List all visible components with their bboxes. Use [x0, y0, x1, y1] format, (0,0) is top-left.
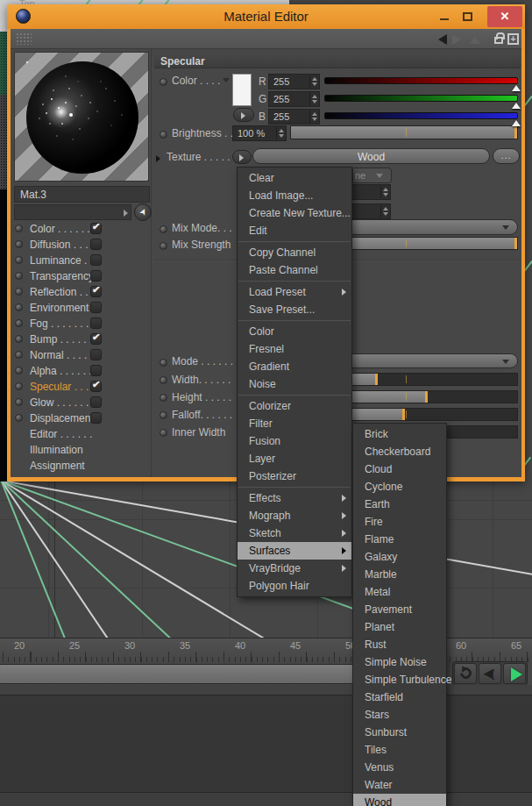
channel-checkbox[interactable]	[90, 317, 102, 329]
stepper-icon[interactable]	[309, 111, 318, 123]
slider-handle-icon[interactable]	[512, 103, 521, 109]
channel-checkbox[interactable]: ✔	[90, 223, 102, 234]
menu-item-vraybridge[interactable]: VrayBridge	[238, 560, 351, 577]
channel-row[interactable]: Transparency	[12, 268, 147, 284]
submenu-item-starfield[interactable]: Starfield	[353, 688, 446, 706]
rgb-gradient-slider[interactable]	[324, 95, 518, 102]
stepper-icon[interactable]	[276, 127, 285, 139]
chevron-down-icon[interactable]	[223, 78, 230, 82]
rgb-value-field[interactable]: 255	[268, 91, 320, 107]
rgb-gradient-slider[interactable]	[324, 77, 518, 84]
menu-item-mograph[interactable]: Mograph	[238, 507, 351, 524]
submenu-item-venus[interactable]: Venus	[353, 759, 446, 776]
channel-row[interactable]: Editor . . . . . .	[12, 426, 147, 442]
menu-item-noise[interactable]: Noise	[238, 375, 351, 393]
channel-row[interactable]: Diffusion . . .	[12, 237, 147, 253]
sampling-dropdown[interactable]: ne	[352, 168, 392, 183]
channel-row[interactable]: Luminance . .	[12, 253, 147, 268]
color-swatch[interactable]	[232, 74, 252, 106]
minimize-icon[interactable]	[440, 18, 449, 20]
stepper-icon[interactable]	[309, 75, 318, 88]
channel-checkbox[interactable]: ✔	[90, 286, 102, 297]
submenu-item-wood[interactable]: Wood	[353, 794, 446, 806]
menu-item-edit[interactable]: Edit	[238, 222, 351, 239]
submenu-item-brick[interactable]: Brick	[353, 425, 446, 443]
channel-checkbox[interactable]	[90, 412, 102, 424]
slider-handle-icon[interactable]	[512, 85, 521, 91]
channel-row[interactable]: Assignment	[12, 458, 147, 474]
menu-item-create-new-texture-[interactable]: Create New Texture...	[238, 204, 351, 222]
material-name-input[interactable]: Mat.3	[14, 186, 150, 203]
channel-row[interactable]: Specular . . . .✔	[12, 379, 147, 395]
rgb-value-field[interactable]: 255	[268, 74, 320, 89]
submenu-item-marble[interactable]: Marble	[353, 566, 446, 583]
up-icon[interactable]	[470, 35, 480, 44]
submenu-item-stars[interactable]: Stars	[353, 706, 446, 724]
slider-marker[interactable]	[514, 126, 517, 139]
channel-row[interactable]: Alpha . . . . . .	[12, 363, 147, 379]
texture-pill-button[interactable]	[232, 150, 252, 164]
menu-item-filter[interactable]: Filter	[238, 415, 351, 432]
window-titlebar[interactable]: Material Editor ✕	[7, 4, 525, 29]
submenu-item-galaxy[interactable]: Galaxy	[353, 548, 446, 566]
menu-item-polygon-hair[interactable]: Polygon Hair	[238, 577, 351, 595]
texture-browse-button[interactable]: ...	[493, 148, 520, 164]
submenu-item-cloud[interactable]: Cloud	[353, 460, 446, 478]
channel-row[interactable]: Color . . . . . .✔	[12, 221, 147, 237]
submenu-item-earth[interactable]: Earth	[353, 496, 446, 513]
preview-shape-dropdown[interactable]	[14, 204, 131, 220]
submenu-item-cyclone[interactable]: Cyclone	[353, 478, 446, 496]
submenu-item-water[interactable]: Water	[353, 776, 446, 794]
loop-playback-button[interactable]	[454, 663, 477, 684]
menu-item-color[interactable]: Color	[238, 323, 351, 340]
menu-item-surfaces[interactable]: Surfaces	[238, 542, 351, 560]
slider-marker[interactable]	[402, 409, 405, 420]
lock-icon[interactable]	[494, 37, 503, 44]
menu-item-posterizer[interactable]: Posterizer	[238, 467, 351, 485]
channel-row[interactable]: Fog . . . . . . .	[12, 316, 147, 332]
channel-row[interactable]: Illumination	[12, 442, 147, 458]
submenu-item-checkerboard[interactable]: Checkerboard	[353, 443, 446, 460]
submenu-item-metal[interactable]: Metal	[353, 583, 446, 601]
submenu-item-planet[interactable]: Planet	[353, 618, 446, 636]
channel-row[interactable]: Glow . . . . . . .	[12, 395, 147, 410]
menu-item-effects[interactable]: Effects	[238, 489, 351, 507]
channel-checkbox[interactable]	[90, 349, 102, 360]
previous-frame-button[interactable]: ◀(	[479, 663, 501, 684]
rgb-gradient-slider[interactable]	[324, 112, 518, 119]
channel-checkbox[interactable]	[90, 239, 102, 250]
channel-checkbox[interactable]	[90, 270, 102, 282]
stepper-icon[interactable]	[309, 93, 318, 105]
texture-shader-button[interactable]: Wood	[252, 148, 490, 164]
menu-item-layer[interactable]: Layer	[238, 450, 351, 467]
expand-pill-button[interactable]	[233, 108, 254, 122]
submenu-item-tiles[interactable]: Tiles	[353, 741, 446, 759]
pick-material-button[interactable]: ➤	[134, 203, 152, 221]
submenu-item-simple-turbulence[interactable]: Simple Turbulence	[353, 671, 446, 688]
add-icon[interactable]: +	[507, 33, 519, 45]
menu-item-colorizer[interactable]: Colorizer	[238, 397, 351, 415]
menu-item-load-preset[interactable]: Load Preset	[238, 283, 351, 301]
menu-item-gradient[interactable]: Gradient	[238, 358, 351, 375]
menu-item-fresnel[interactable]: Fresnel	[238, 340, 351, 358]
submenu-item-flame[interactable]: Flame	[353, 531, 446, 548]
close-icon[interactable]: ✕	[487, 6, 522, 27]
menu-item-fusion[interactable]: Fusion	[238, 432, 351, 450]
slider-marker[interactable]	[375, 374, 378, 385]
timeline-ruler[interactable]: 20253035404550556065	[0, 638, 532, 664]
submenu-item-fire[interactable]: Fire	[353, 513, 446, 531]
forward-icon[interactable]	[452, 34, 461, 45]
menu-item-copy-channel[interactable]: Copy Channel	[238, 244, 351, 261]
channel-checkbox[interactable]	[90, 396, 102, 408]
slider-marker[interactable]	[425, 391, 428, 403]
brightness-field[interactable]: 100 %	[232, 125, 287, 141]
channel-checkbox[interactable]: ✔	[90, 381, 102, 392]
channel-row[interactable]: Normal . . . . .	[12, 347, 147, 363]
channel-row[interactable]: Displacement	[12, 410, 147, 426]
rgb-value-field[interactable]: 255	[268, 109, 320, 125]
stepper-icon[interactable]	[380, 186, 389, 198]
menu-item-clear[interactable]: Clear	[238, 169, 351, 187]
menu-item-sketch[interactable]: Sketch	[238, 524, 351, 542]
channel-checkbox[interactable]: ✔	[90, 333, 102, 345]
channel-row[interactable]: Bump . . . . . .✔	[12, 332, 147, 347]
